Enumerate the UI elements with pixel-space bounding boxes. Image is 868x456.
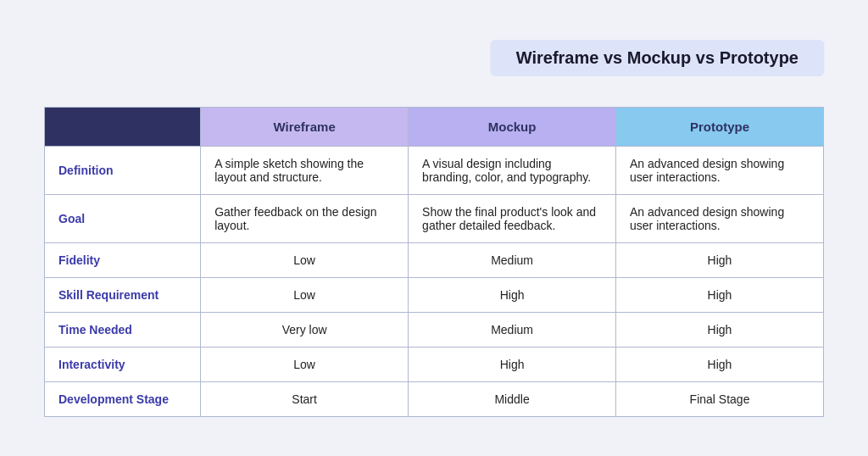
- row-mockup-5: High: [409, 347, 616, 381]
- title-wrapper: Wireframe vs Mockup vs Prototype: [44, 40, 824, 92]
- row-label-2: Fidelity: [45, 242, 201, 277]
- title-box: Wireframe vs Mockup vs Prototype: [491, 40, 824, 76]
- row-mockup-4: Medium: [409, 312, 616, 347]
- table-row: InteractivityLowHighHigh: [45, 347, 824, 381]
- header-prototype-col: Prototype: [616, 107, 824, 146]
- table-row: DefinitionA simple sketch showing the la…: [45, 146, 824, 194]
- row-wireframe-5: Low: [201, 347, 409, 381]
- row-prototype-1: An advanced design showing user interact…: [616, 194, 824, 242]
- header-mockup-col: Mockup: [409, 107, 616, 146]
- row-label-3: Skill Requirement: [45, 277, 201, 312]
- table-row: GoalGather feedback on the design layout…: [45, 194, 824, 242]
- row-prototype-5: High: [616, 347, 824, 381]
- row-wireframe-2: Low: [201, 242, 409, 277]
- table-row: FidelityLowMediumHigh: [45, 242, 824, 277]
- comparison-table: Wireframe Mockup Prototype DefinitionA s…: [44, 107, 824, 417]
- row-mockup-6: Middle: [409, 381, 616, 416]
- row-wireframe-3: Low: [201, 277, 409, 312]
- row-mockup-3: High: [409, 277, 616, 312]
- row-label-4: Time Needed: [45, 312, 201, 347]
- row-label-1: Goal: [45, 194, 201, 242]
- main-container: Wireframe vs Mockup vs Prototype Wirefra…: [27, 23, 841, 434]
- row-prototype-2: High: [616, 242, 824, 277]
- table-body: DefinitionA simple sketch showing the la…: [45, 146, 824, 416]
- table-row: Time NeededVery lowMediumHigh: [45, 312, 824, 347]
- table-header-row: Wireframe Mockup Prototype: [45, 107, 824, 146]
- header-label-col: [45, 107, 201, 146]
- table-row: Skill RequirementLowHighHigh: [45, 277, 824, 312]
- row-wireframe-1: Gather feedback on the design layout.: [201, 194, 409, 242]
- row-wireframe-6: Start: [201, 381, 409, 416]
- table-row: Development StageStartMiddleFinal Stage: [45, 381, 824, 416]
- row-prototype-6: Final Stage: [616, 381, 824, 416]
- row-wireframe-4: Very low: [201, 312, 409, 347]
- row-wireframe-0: A simple sketch showing the layout and s…: [201, 146, 409, 194]
- header-wireframe-col: Wireframe: [201, 107, 409, 146]
- row-label-5: Interactivity: [45, 347, 201, 381]
- row-label-6: Development Stage: [45, 381, 201, 416]
- row-prototype-4: High: [616, 312, 824, 347]
- row-prototype-3: High: [616, 277, 824, 312]
- row-mockup-0: A visual design including branding, colo…: [409, 146, 616, 194]
- row-mockup-1: Show the final product's look and gather…: [409, 194, 616, 242]
- row-prototype-0: An advanced design showing user interact…: [616, 146, 824, 194]
- page-title: Wireframe vs Mockup vs Prototype: [516, 48, 798, 67]
- row-mockup-2: Medium: [409, 242, 616, 277]
- row-label-0: Definition: [45, 146, 201, 194]
